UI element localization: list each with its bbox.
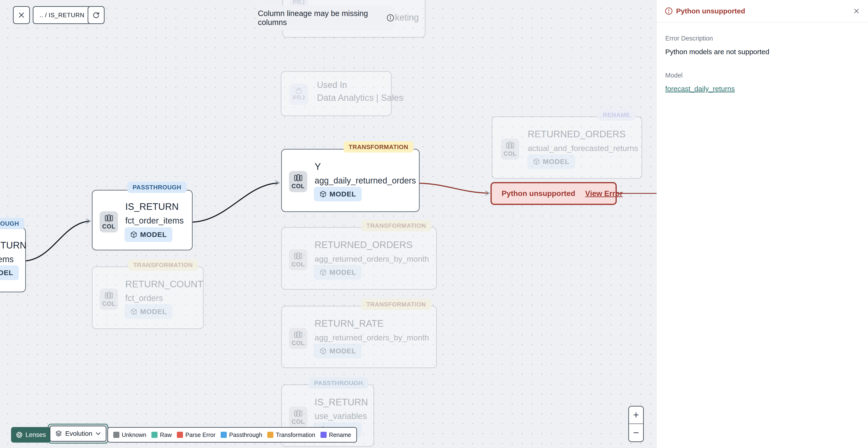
node-subtitle: agg_daily_returned_orders [315, 175, 416, 187]
chip-label: COL [291, 261, 305, 268]
node-title: IS_RETURN [0, 239, 27, 252]
error-description-value: Python models are not supported [665, 48, 860, 56]
info-icon[interactable] [386, 13, 395, 22]
transformation-badge: TRANSFORMATION [344, 141, 413, 153]
model-badge-label: MODEL [140, 308, 167, 316]
node-title: RETURN_COUNT [125, 277, 203, 291]
node-title: Used In [317, 79, 347, 92]
model-badge-label: MODEL [330, 268, 356, 276]
model-badge-label: MODEL [543, 157, 569, 166]
passthrough-badge: PASSTHROUGH [309, 377, 368, 389]
chip-label: COL [291, 340, 305, 347]
node-is-return-fct-order-items[interactable]: PASSTHROUGH COL IS_RETURN fct_order_item… [92, 190, 193, 250]
lens-dropdown-focus-ring: Evolution [48, 424, 108, 444]
column-chip: COL [100, 289, 118, 310]
refresh-button[interactable] [88, 6, 104, 24]
legend-item: Unknown [113, 431, 146, 438]
legend-swatch [151, 432, 158, 438]
node-used-in-sales[interactable]: PRJ Used In Data Analytics | Sales [281, 71, 392, 116]
columns-icon [294, 409, 302, 418]
model-badge: MODEL [314, 265, 362, 279]
node-return-count[interactable]: TRANSFORMATION COL RETURN_COUNT fct_orde… [92, 266, 204, 329]
project-chip: PRJ [290, 84, 308, 105]
panel-title-text: Python unsupported [676, 7, 745, 15]
transformation-badge: TRANSFORMATION [361, 220, 431, 231]
node-title: Y [315, 160, 321, 173]
legend-swatch [267, 432, 273, 438]
model-badge-label: MODEL [0, 269, 13, 277]
column-chip: COL [100, 211, 118, 233]
legend-label: Unknown [122, 431, 146, 438]
python-unsupported-error-node[interactable]: Python unsupported View Error [491, 182, 617, 205]
node-is-return-offscreen[interactable]: PASSTHROUGH IS_RETURN fct_order_items MO… [0, 228, 26, 292]
chip-label: COL [503, 150, 517, 157]
node-title: IS_RETURN [125, 200, 179, 213]
columns-icon [294, 330, 302, 339]
legend-items: UnknownRawParse ErrorPassthroughTransfor… [107, 427, 357, 443]
node-title: RETURNED_ORDERS [315, 238, 412, 251]
transformation-badge: TRANSFORMATION [361, 299, 431, 310]
lineage-app: PRJ Data Analytics | Marketing PRJ Used … [0, 0, 868, 448]
node-returned-orders-rename[interactable]: RENAME COL RETURNED_ORDERS actual_and_fo… [492, 116, 642, 179]
chip-label: PRJ [293, 94, 305, 101]
node-returned-orders-by-month[interactable]: TRANSFORMATION COL RETURNED_ORDERS agg_r… [281, 227, 437, 290]
columns-icon [294, 174, 302, 182]
legend-swatch [320, 432, 327, 438]
node-subtitle: agg_returned_orders_by_month [315, 331, 429, 344]
legend-swatch [221, 432, 227, 438]
zoom-out-button[interactable]: − [629, 424, 643, 441]
panel-close-button[interactable] [853, 7, 860, 14]
aperture-icon [16, 431, 23, 438]
columns-icon [294, 252, 302, 260]
legend-item: Parse Error [177, 431, 215, 438]
lineage-warning-banner: Column lineage may be missing columns [258, 6, 395, 30]
banner-text: Column lineage may be missing columns [258, 9, 383, 27]
panel-body: Error Description Python models are not … [657, 35, 868, 93]
error-description-label: Error Description [665, 35, 860, 42]
columns-icon [104, 214, 113, 222]
passthrough-badge: PASSTHROUGH [0, 218, 24, 229]
model-badge: MODEL [527, 154, 575, 169]
model-cube-icon [319, 269, 327, 276]
chip-label: COL [291, 183, 305, 189]
model-badge: MODEL [314, 187, 362, 201]
node-return-rate[interactable]: TRANSFORMATION COL RETURN_RATE agg_retur… [281, 306, 437, 368]
column-chip: COL [289, 328, 307, 349]
column-chip: COL [289, 171, 307, 192]
chip-label: COL [102, 223, 115, 230]
model-badge: MODEL [125, 304, 173, 319]
node-subtitle: fct_order_items [0, 253, 14, 265]
transformation-badge: TRANSFORMATION [128, 259, 198, 271]
chip-label: PRJ [293, 0, 305, 6]
lens-dropdown[interactable]: Evolution [50, 426, 106, 442]
rename-badge: RENAME [598, 109, 636, 121]
legend-label: Passthrough [229, 431, 262, 438]
lenses-button[interactable]: Lenses [11, 427, 51, 443]
column-chip: COL [289, 407, 307, 428]
model-cube-icon [130, 308, 137, 315]
chip-label: COL [291, 418, 305, 425]
model-badge-label: MODEL [330, 347, 356, 355]
close-lineage-button[interactable] [13, 6, 30, 24]
view-error-link[interactable]: View Error [585, 189, 623, 198]
node-subtitle: agg_returned_orders_by_month [315, 253, 429, 265]
model-cube-icon [130, 231, 137, 238]
legend-item: Rename [320, 431, 351, 438]
node-subtitle: Data Analytics | Sales [317, 92, 403, 104]
model-link[interactable]: forecast_daily_returns [665, 85, 735, 93]
passthrough-badge: PASSTHROUGH [127, 182, 186, 193]
panel-title: Python unsupported [665, 7, 745, 15]
column-chip: COL [501, 139, 519, 160]
legend-label: Parse Error [185, 431, 215, 438]
model-cube-icon [533, 158, 540, 165]
zoom-in-button[interactable]: + [629, 407, 643, 424]
project-icon [295, 87, 303, 93]
lens-dropdown-value: Evolution [65, 430, 92, 438]
model-label: Model [665, 72, 860, 79]
breadcrumb[interactable]: .. / IS_RETURN [33, 6, 91, 24]
close-icon [853, 7, 860, 14]
model-badge-label: MODEL [330, 190, 356, 198]
chevron-down-icon [95, 432, 101, 436]
node-y-agg-daily-returned-orders[interactable]: TRANSFORMATION COL Y agg_daily_returned_… [281, 149, 420, 212]
model-badge: MODEL [0, 265, 19, 280]
